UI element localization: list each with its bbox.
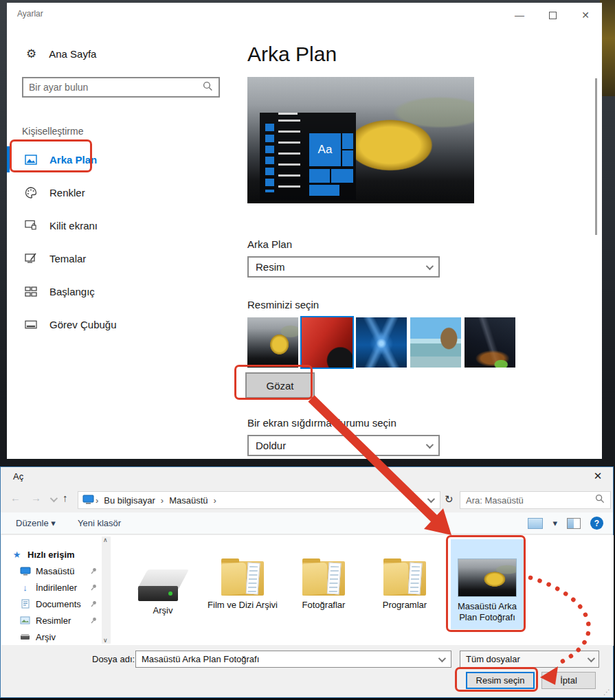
dialog-search-box[interactable] — [460, 491, 611, 509]
background-dropdown-label: Arka Plan — [247, 238, 292, 250]
filename-field[interactable] — [135, 651, 451, 668]
section-heading: Kişiselleştirme — [22, 126, 83, 137]
start-menu-tile — [342, 133, 353, 149]
breadcrumb-this-pc[interactable]: Bu bilgisayar — [100, 495, 159, 506]
sidebar-item-label: Kilit ekranı — [49, 220, 98, 232]
background-type-dropdown[interactable]: Resim — [247, 256, 440, 278]
file-item-photos[interactable]: Fotoğraflar — [286, 546, 361, 611]
minimize-button[interactable]: — — [508, 7, 530, 23]
annotation-box-selected-file — [446, 535, 526, 632]
dialog-close-button[interactable]: ✕ — [590, 470, 606, 484]
start-menu-tile — [342, 150, 353, 166]
folder-icon — [302, 558, 345, 596]
sidebar-item-start[interactable]: Başlangıç — [7, 275, 234, 308]
tree-item-label: Resimler — [36, 616, 71, 626]
pin-icon — [91, 583, 97, 593]
search-icon — [203, 81, 213, 94]
address-bar[interactable]: › Bu bilgisayar › Masaüstü › — [78, 491, 440, 509]
fit-dropdown[interactable]: Doldur — [247, 435, 440, 456]
settings-search-box[interactable] — [22, 77, 220, 98]
filetype-value: Tüm dosyalar — [466, 654, 520, 664]
refresh-button[interactable]: ↻ — [445, 493, 454, 506]
file-label: Film ve Dizi Arşivi — [205, 600, 280, 611]
background-preview-image: Aa — [247, 77, 474, 203]
filetype-dropdown[interactable]: Tüm dosyalar — [460, 651, 599, 668]
dropdown-icon: ▾ — [51, 518, 56, 528]
drive-icon — [138, 569, 188, 601]
start-menu-tile — [331, 169, 353, 183]
pin-icon — [91, 616, 97, 626]
file-list: Arşiv Film ve Dizi Arşivi Fotoğraflar Pr… — [111, 535, 614, 646]
choose-picture-label: Resminizi seçin — [247, 299, 319, 311]
folder-icon — [221, 558, 264, 596]
address-dropdown-icon[interactable] — [427, 495, 435, 503]
scroll-down-icon[interactable]: ∨ — [103, 637, 108, 644]
help-icon[interactable]: ? — [590, 517, 603, 530]
chevron-down-icon — [426, 440, 434, 448]
sidebar-item-label: Başlangıç — [49, 286, 95, 297]
back-button[interactable]: ← — [10, 492, 21, 504]
filename-dropdown-icon[interactable] — [438, 654, 446, 662]
sidebar-item-themes[interactable]: Temalar — [7, 242, 234, 275]
filename-input[interactable] — [136, 654, 438, 664]
gear-icon: ⚙ — [26, 47, 36, 61]
dialog-search-input[interactable] — [460, 495, 595, 506]
picture-icon — [19, 616, 31, 624]
view-dropdown-icon[interactable]: ▾ — [552, 518, 557, 528]
start-menu-app-list — [278, 120, 300, 192]
tree-item-quick-access[interactable]: ★ Hızlı erişim — [1, 546, 101, 563]
file-label: Fotoğraflar — [286, 600, 361, 611]
file-label: Arşiv — [125, 605, 201, 616]
sidebar-nav: Arka Plan Renkler Kilit ekranı Temalar B… — [7, 143, 234, 341]
tree-item-downloads[interactable]: ↓ İndirilenler — [1, 579, 101, 596]
thumbnail-yellow-car[interactable] — [247, 317, 298, 368]
scroll-up-icon[interactable]: ∧ — [103, 537, 108, 543]
cancel-button[interactable]: İptal — [541, 672, 596, 689]
breadcrumb-separator: › — [212, 495, 218, 506]
thumbnails-view-icon[interactable] — [528, 518, 543, 529]
thumbnail-red-car-selected[interactable] — [302, 317, 353, 368]
start-tiles-icon — [25, 285, 37, 297]
sidebar-item-lockscreen[interactable]: Kilit ekranı — [7, 209, 234, 242]
settings-scrollbar[interactable] — [595, 78, 597, 235]
themes-icon — [25, 252, 37, 264]
sidebar-item-taskbar[interactable]: Görev Çubuğu — [7, 308, 234, 341]
sidebar-item-home[interactable]: ⚙ Ana Sayfa — [26, 47, 96, 61]
history-chevron-icon[interactable] — [50, 495, 58, 502]
tree-scrollbar[interactable]: ∧ ∨ — [102, 537, 111, 644]
tree-item-documents[interactable]: Documents — [1, 596, 101, 612]
document-icon — [19, 599, 31, 609]
resize-grip[interactable]: ⋰ — [603, 688, 611, 696]
maximize-button[interactable] — [541, 7, 563, 23]
tree-item-label: Arşiv — [36, 632, 56, 642]
start-menu-app-tiles — [265, 124, 274, 192]
close-button[interactable]: ✕ — [574, 7, 596, 23]
organize-menu[interactable]: Düzenle ▾ — [16, 518, 56, 528]
tree-item-archive[interactable]: Arşiv — [1, 629, 101, 645]
home-label: Ana Sayfa — [49, 48, 96, 60]
file-item-film-archive[interactable]: Film ve Dizi Arşivi — [205, 546, 280, 611]
sidebar-item-colors[interactable]: Renkler — [7, 176, 234, 209]
navigation-tree: ★ Hızlı erişim Masaüstü ↓ İndirilenler D… — [1, 535, 101, 646]
thumbnail-night-sky[interactable] — [465, 317, 515, 368]
breadcrumb-desktop[interactable]: Masaüstü — [165, 495, 212, 506]
thumbnail-beach[interactable] — [410, 317, 461, 368]
dialog-navigation-bar: ← → ↑ › Bu bilgisayar › Masaüstü › ↻ — [1, 486, 613, 512]
annotation-box-background-item — [10, 139, 92, 172]
new-folder-button[interactable]: Yeni klasör — [78, 518, 121, 528]
tree-item-label: Masaüstü — [36, 566, 74, 576]
picture-thumbnails — [247, 317, 515, 368]
preview-pane-icon[interactable] — [567, 518, 581, 529]
close-icon: ✕ — [594, 470, 603, 482]
up-button[interactable]: ↑ — [63, 492, 68, 504]
file-item-programs[interactable]: Programlar — [367, 546, 443, 611]
tree-item-pictures[interactable]: Resimler — [1, 612, 101, 629]
thumbnail-windows-logo[interactable] — [356, 317, 407, 368]
annotation-box-browse-button — [234, 365, 313, 400]
file-item-archive-drive[interactable]: Arşiv — [125, 552, 201, 616]
start-menu-tile — [309, 185, 339, 196]
forward-button[interactable]: → — [31, 492, 41, 504]
tree-item-desktop[interactable]: Masaüstü — [1, 563, 101, 579]
start-menu-aa-tile: Aa — [309, 133, 341, 166]
settings-search-input[interactable] — [23, 82, 203, 93]
